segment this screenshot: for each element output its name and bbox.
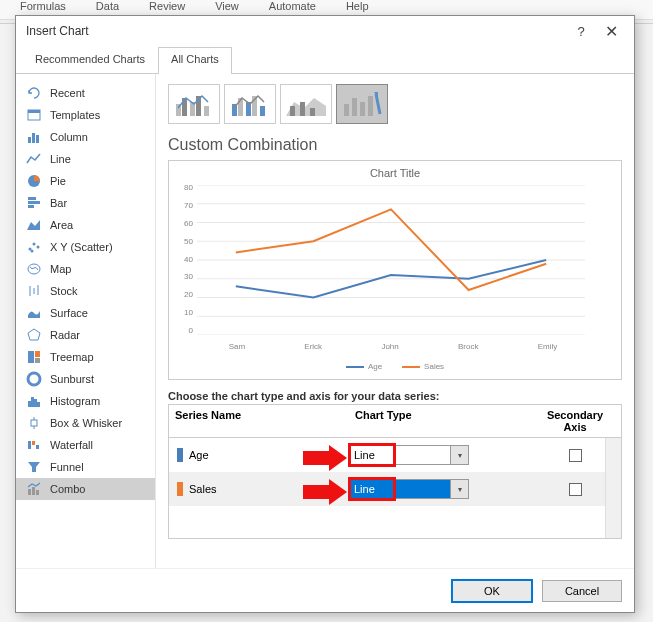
series-color-age: [177, 448, 183, 462]
sidebar-item-treemap[interactable]: Treemap: [16, 346, 155, 368]
scatter-icon: [26, 239, 42, 255]
waterfall-icon: [26, 437, 42, 453]
ok-button[interactable]: OK: [452, 580, 532, 602]
svg-point-22: [28, 373, 40, 385]
svg-rect-32: [36, 445, 39, 449]
svg-rect-25: [34, 399, 37, 407]
sidebar-item-sunburst[interactable]: Sunburst: [16, 368, 155, 390]
histogram-icon: [26, 393, 42, 409]
svg-rect-4: [36, 135, 39, 143]
chart-type-dropdown-sales[interactable]: Line ▾: [349, 479, 469, 499]
svg-marker-9: [27, 220, 40, 230]
chart-svg: [197, 185, 585, 335]
svg-point-14: [28, 264, 40, 274]
svg-rect-35: [32, 487, 35, 495]
recent-icon: [26, 85, 42, 101]
y-axis-labels: 80706050403020100: [173, 183, 193, 335]
sidebar-item-histogram[interactable]: Histogram: [16, 390, 155, 412]
subtype-clustered-column-line[interactable]: [168, 84, 220, 124]
sidebar-item-column[interactable]: Column: [16, 126, 155, 148]
insert-chart-dialog: Insert Chart ? ✕ Recommended Charts All …: [15, 15, 635, 613]
svg-rect-1: [28, 110, 40, 113]
templates-icon: [26, 107, 42, 123]
svg-rect-27: [31, 420, 37, 426]
dialog-title: Insert Chart: [26, 24, 566, 38]
tab-recommended[interactable]: Recommended Charts: [22, 47, 158, 74]
series-row-sales: Sales Line ▾: [169, 472, 621, 506]
sidebar-item-funnel[interactable]: Funnel: [16, 456, 155, 478]
tab-all-charts[interactable]: All Charts: [158, 47, 232, 74]
sidebar-item-pie[interactable]: Pie: [16, 170, 155, 192]
svg-rect-48: [290, 106, 295, 116]
stock-icon: [26, 283, 42, 299]
secondary-axis-checkbox-age[interactable]: [569, 449, 582, 462]
line-icon: [26, 151, 42, 167]
svg-rect-50: [310, 108, 315, 116]
svg-rect-34: [28, 489, 31, 495]
svg-point-12: [37, 246, 40, 249]
ribbon-tab[interactable]: Data: [96, 0, 119, 12]
svg-rect-8: [28, 205, 34, 208]
subtype-stacked-area-column[interactable]: [280, 84, 332, 124]
x-axis-labels: SamErickJohnBrockEmily: [199, 342, 587, 351]
svg-rect-36: [36, 490, 39, 495]
dialog-tabs: Recommended Charts All Charts: [16, 46, 634, 74]
sidebar-item-combo[interactable]: Combo: [16, 478, 155, 500]
scrollbar[interactable]: [605, 438, 621, 538]
col-header-axis: Secondary Axis: [529, 405, 621, 437]
sidebar-item-surface[interactable]: Surface: [16, 302, 155, 324]
sidebar-item-area[interactable]: Area: [16, 214, 155, 236]
sidebar-item-boxwhisker[interactable]: Box & Whisker: [16, 412, 155, 434]
svg-rect-23: [28, 401, 31, 407]
surface-icon: [26, 305, 42, 321]
sidebar-item-templates[interactable]: Templates: [16, 104, 155, 126]
chevron-down-icon: ▾: [450, 446, 468, 464]
chart-preview[interactable]: Chart Title 80706050403020100: [168, 160, 622, 380]
svg-rect-26: [37, 402, 40, 407]
svg-point-11: [33, 243, 36, 246]
svg-rect-51: [344, 104, 349, 116]
close-button[interactable]: ✕: [596, 22, 626, 41]
cancel-button[interactable]: Cancel: [542, 580, 622, 602]
section-title: Custom Combination: [168, 136, 622, 154]
sidebar-item-radar[interactable]: Radar: [16, 324, 155, 346]
svg-rect-30: [28, 441, 31, 449]
ribbon-tab[interactable]: Automate: [269, 0, 316, 12]
chart-category-sidebar: Recent Templates Column Line Pie Bar Are…: [16, 74, 156, 568]
sidebar-item-waterfall[interactable]: Waterfall: [16, 434, 155, 456]
map-icon: [26, 261, 42, 277]
help-button[interactable]: ?: [566, 24, 596, 39]
secondary-axis-checkbox-sales[interactable]: [569, 483, 582, 496]
ribbon-tab[interactable]: Help: [346, 0, 369, 12]
dialog-footer: OK Cancel: [16, 568, 634, 612]
chart-preview-title: Chart Title: [169, 161, 621, 179]
series-name-label: Age: [189, 449, 209, 461]
treemap-icon: [26, 349, 42, 365]
boxwhisker-icon: [26, 415, 42, 431]
sidebar-item-scatter[interactable]: X Y (Scatter): [16, 236, 155, 258]
column-icon: [26, 129, 42, 145]
sidebar-item-map[interactable]: Map: [16, 258, 155, 280]
sidebar-item-stock[interactable]: Stock: [16, 280, 155, 302]
combo-subtype-row: [168, 84, 622, 124]
ribbon-tab[interactable]: Formulas: [20, 0, 66, 12]
ribbon-tab[interactable]: View: [215, 0, 239, 12]
svg-rect-2: [28, 137, 31, 143]
svg-rect-41: [204, 106, 209, 116]
series-color-sales: [177, 482, 183, 496]
subtype-clustered-column-line-secondary[interactable]: [224, 84, 276, 124]
svg-rect-21: [35, 358, 40, 363]
combo-icon: [26, 481, 42, 497]
svg-rect-6: [28, 197, 36, 200]
sidebar-item-line[interactable]: Line: [16, 148, 155, 170]
sidebar-item-recent[interactable]: Recent: [16, 82, 155, 104]
series-name-label: Sales: [189, 483, 217, 495]
series-row-age: Age Line ▾: [169, 438, 621, 472]
ribbon-tab[interactable]: Review: [149, 0, 185, 12]
chart-type-dropdown-age[interactable]: Line ▾: [349, 445, 469, 465]
subtype-custom-combination[interactable]: [336, 84, 388, 124]
sidebar-item-bar[interactable]: Bar: [16, 192, 155, 214]
svg-rect-49: [300, 102, 305, 116]
chart-legend: Age Sales: [169, 362, 621, 371]
svg-point-13: [31, 250, 34, 253]
